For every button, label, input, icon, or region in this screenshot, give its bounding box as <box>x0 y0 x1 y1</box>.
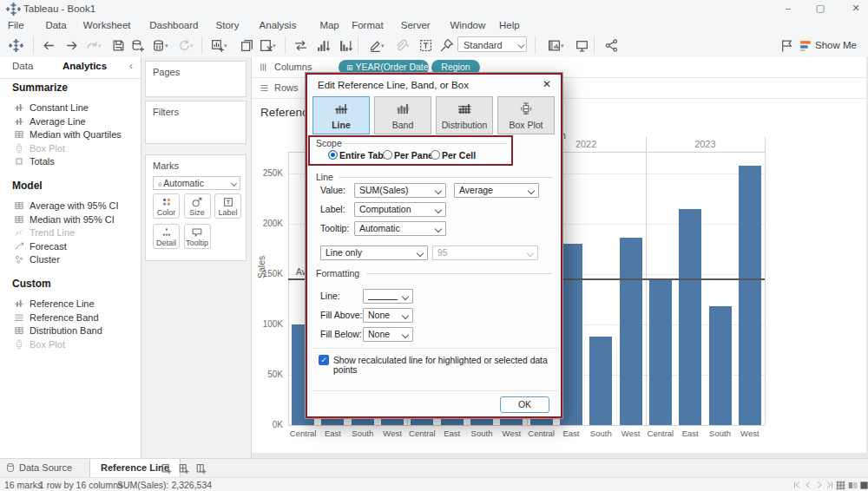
x-axis-label-central[interactable]: Central <box>405 429 438 438</box>
marks-button-size[interactable]: Size <box>184 193 211 219</box>
dialog-tab-box-plot[interactable]: Box Plot <box>497 96 555 134</box>
line-style-dropdown[interactable] <box>363 289 413 304</box>
bar-2022-south[interactable] <box>589 337 612 425</box>
bar-2023-east[interactable] <box>679 209 701 425</box>
tooltip-flag-icon[interactable] <box>779 38 794 53</box>
recalculated-line-checkbox[interactable] <box>319 355 329 365</box>
swap-rows-columns-icon[interactable] <box>293 38 308 53</box>
radio-label-per-cell[interactable]: Per Cell <box>442 150 476 160</box>
fill-above-dropdown[interactable]: None <box>363 308 413 323</box>
view-full-icon[interactable] <box>859 481 868 490</box>
expand-icon[interactable]: ⊞ <box>346 63 353 72</box>
analytics-item-reference-line[interactable]: Reference Line <box>0 298 141 311</box>
menu-item-file[interactable]: File <box>4 19 28 31</box>
x-axis-label-central[interactable]: Central <box>644 429 677 438</box>
year-header-2023[interactable]: 2023 <box>646 139 765 149</box>
x-axis-label-west[interactable]: West <box>376 429 409 438</box>
chevron-down-icon[interactable]: ▾ <box>273 43 276 49</box>
show-me-icon[interactable] <box>799 38 813 53</box>
clear-sheet-icon[interactable] <box>259 38 273 53</box>
analytics-item-totals[interactable]: Totals <box>0 155 141 169</box>
x-axis-label-east[interactable]: East <box>436 429 469 438</box>
sort-ascending-icon[interactable] <box>316 38 331 53</box>
new-story-icon[interactable] <box>195 462 207 475</box>
x-axis-label-west[interactable]: West <box>495 429 528 438</box>
tab-analytics[interactable]: Analytics <box>62 61 107 71</box>
aggregation-dropdown[interactable]: Average <box>454 183 539 198</box>
x-axis-label-south[interactable]: South <box>346 429 379 438</box>
analytics-item-reference-band[interactable]: Reference Band <box>0 311 141 325</box>
fit-selector[interactable]: Standard <box>457 36 527 52</box>
maximize-button[interactable]: ▢ <box>814 3 826 14</box>
pages-card[interactable]: Pages <box>145 61 247 97</box>
save-icon[interactable] <box>111 38 126 53</box>
new-dashboard-icon[interactable] <box>178 462 190 475</box>
menu-item-window[interactable]: Window <box>446 19 489 31</box>
x-axis-label-east[interactable]: East <box>316 429 349 438</box>
analytics-item-average-with-95-ci[interactable]: Average with 95% CI <box>0 200 141 213</box>
duplicate-sheet-icon[interactable] <box>240 38 254 53</box>
collapse-pane-icon[interactable]: ‹ <box>129 60 133 72</box>
fix-axes-icon[interactable] <box>439 38 454 53</box>
minimize-button[interactable]: – <box>782 3 794 13</box>
x-axis-label-west[interactable]: West <box>614 429 647 438</box>
marks-button-label[interactable]: Label <box>214 193 241 219</box>
analytics-item-constant-line[interactable]: Constant Line <box>0 101 141 115</box>
x-axis-label-central[interactable]: Central <box>286 429 319 438</box>
presentation-mode-icon[interactable] <box>575 38 589 53</box>
analytics-item-average-line[interactable]: Average Line <box>0 115 141 129</box>
dialog-tab-band[interactable]: Band <box>374 96 431 134</box>
chevron-down-icon[interactable]: ▾ <box>165 43 168 49</box>
tooltip-dropdown[interactable]: Automatic <box>354 221 446 236</box>
menu-item-dashboard[interactable]: Dashboard <box>146 19 201 31</box>
new-worksheet-icon[interactable] <box>210 38 225 53</box>
view-grid-icon[interactable] <box>836 481 845 490</box>
menu-item-data[interactable]: Data <box>42 19 69 31</box>
menu-item-help[interactable]: Help <box>496 19 523 31</box>
menu-item-analysis[interactable]: Analysis <box>256 19 300 31</box>
analytics-item-median-with-quartiles[interactable]: Median with Quartiles <box>0 128 141 142</box>
x-axis-label-west[interactable]: West <box>733 429 766 438</box>
radio-label-per-pane[interactable]: Per Pane <box>394 150 433 160</box>
bar-2023-west[interactable] <box>739 166 761 425</box>
close-button[interactable]: ✕ <box>850 3 862 14</box>
menu-item-server[interactable]: Server <box>398 19 434 31</box>
share-icon[interactable] <box>604 38 619 53</box>
filters-card[interactable]: Filters <box>145 101 247 144</box>
x-axis-label-south[interactable]: South <box>584 429 617 438</box>
dialog-tab-distribution[interactable]: Distribution <box>436 96 493 134</box>
analytics-item-cluster[interactable]: Cluster <box>0 253 141 267</box>
ok-button[interactable]: OK <box>500 396 549 413</box>
menu-item-story[interactable]: Story <box>213 19 243 31</box>
menu-item-format[interactable]: Format <box>348 19 386 31</box>
x-axis-label-south[interactable]: South <box>465 429 498 438</box>
next-sheet-icon[interactable] <box>815 481 824 489</box>
chevron-down-icon[interactable]: ▾ <box>98 43 102 49</box>
fill-below-dropdown[interactable]: None <box>363 327 413 342</box>
mark-type-dropdown[interactable]: ıl Automatic <box>153 176 240 190</box>
first-sheet-icon[interactable] <box>792 481 801 489</box>
menu-item-map[interactable]: Map <box>316 19 342 31</box>
line-only-dropdown[interactable]: Line only <box>320 245 428 260</box>
show-me-button[interactable]: Show Me <box>815 40 857 50</box>
prev-sheet-icon[interactable] <box>804 481 812 489</box>
chevron-down-icon[interactable]: ▾ <box>381 43 385 49</box>
marks-button-detail[interactable]: Detail <box>153 224 180 249</box>
tab-data-source[interactable]: Data Source <box>0 459 81 478</box>
x-axis-label-central[interactable]: Central <box>525 429 558 438</box>
dialog-close-icon[interactable]: ✕ <box>542 78 551 90</box>
value-dropdown[interactable]: SUM(Sales) <box>354 183 446 198</box>
view-film-icon[interactable] <box>848 481 858 490</box>
bar-2022-west[interactable] <box>620 238 642 425</box>
analytics-item-distribution-band[interactable]: Distribution Band <box>0 324 141 338</box>
bar-2023-central[interactable] <box>649 280 672 425</box>
marks-button-color[interactable]: Color <box>153 193 180 219</box>
new-worksheet-icon[interactable] <box>161 462 173 475</box>
radio-per-pane[interactable] <box>383 150 392 160</box>
radio-per-cell[interactable] <box>431 150 440 160</box>
fit-thumbnail-icon[interactable] <box>547 38 562 53</box>
chevron-down-icon[interactable]: ▾ <box>224 43 227 49</box>
tab-data[interactable]: Data <box>12 61 33 71</box>
last-sheet-icon[interactable] <box>825 481 834 489</box>
sort-descending-icon[interactable] <box>339 38 353 53</box>
